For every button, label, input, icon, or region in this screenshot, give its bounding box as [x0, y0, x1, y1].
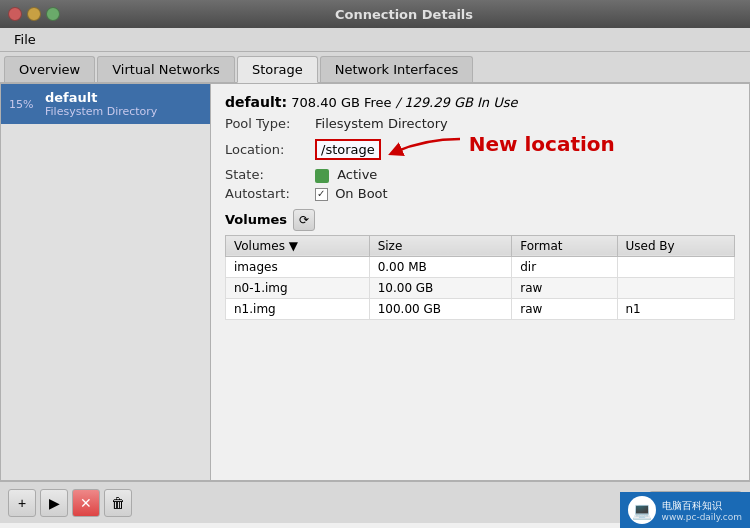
watermark-url: www.pc-daily.com — [662, 512, 742, 522]
free-space-value: 708.40 GB Free — [291, 95, 391, 110]
volumes-label: Volumes — [225, 212, 287, 227]
vol-size-0: 0.00 MB — [369, 256, 512, 277]
location-row: Location: /storage New location — [225, 134, 735, 164]
add-pool-button[interactable]: + — [8, 489, 36, 517]
pool-name: default — [45, 90, 157, 105]
pool-type-label: Filesystem Directory — [45, 105, 157, 118]
state-value: Active — [337, 167, 377, 182]
volumes-header: Volumes ⟳ — [225, 209, 735, 231]
new-location-annotation: New location — [469, 132, 615, 156]
pool-free-space: 708.40 GB Free / 129.29 GB In Use — [291, 95, 517, 110]
vol-name-0: images — [226, 256, 370, 277]
col-used-by[interactable]: Used By — [617, 235, 735, 256]
autostart-row: Autostart: On Boot — [225, 186, 735, 201]
col-volumes[interactable]: Volumes ▼ — [226, 235, 370, 256]
play-button[interactable]: ▶ — [40, 489, 68, 517]
pool-type-field-label: Pool Type: — [225, 116, 315, 131]
state-row: State: Active — [225, 167, 735, 183]
volumes-table: Volumes ▼ Size Format Used By images 0.0… — [225, 235, 735, 320]
info-button[interactable]: 🗑 — [104, 489, 132, 517]
table-row[interactable]: images 0.00 MB dir — [226, 256, 735, 277]
tab-overview[interactable]: Overview — [4, 56, 95, 82]
toolbar-left-buttons: + ▶ ✕ 🗑 — [8, 489, 132, 517]
delete-pool-button[interactable]: ✕ — [72, 489, 100, 517]
location-field-label: Location: — [225, 142, 315, 157]
vol-name-2: n1.img — [226, 298, 370, 319]
storage-detail-panel: default: 708.40 GB Free / 129.29 GB In U… — [211, 84, 749, 480]
menubar: File — [0, 28, 750, 52]
pool-detail-name: default: — [225, 94, 287, 110]
pool-type-field-value: Filesystem Directory — [315, 116, 448, 131]
vol-format-1: raw — [512, 277, 617, 298]
window-controls[interactable] — [8, 7, 60, 21]
table-row[interactable]: n1.img 100.00 GB raw n1 — [226, 298, 735, 319]
autostart-value: On Boot — [335, 186, 388, 201]
autostart-field-value: On Boot — [315, 186, 388, 201]
vol-name-1: n0-1.img — [226, 277, 370, 298]
pool-item-default[interactable]: 15% default Filesystem Directory — [1, 84, 210, 124]
main-content: 15% default Filesystem Directory default… — [0, 83, 750, 481]
maximize-button[interactable] — [46, 7, 60, 21]
autostart-field-label: Autostart: — [225, 186, 315, 201]
minimize-button[interactable] — [27, 7, 41, 21]
col-format[interactable]: Format — [512, 235, 617, 256]
pool-info: default Filesystem Directory — [45, 90, 157, 118]
tab-network-interfaces[interactable]: Network Interfaces — [320, 56, 473, 82]
state-field-label: State: — [225, 167, 315, 182]
vol-usedby-1 — [617, 277, 735, 298]
pool-detail-header: default: 708.40 GB Free / 129.29 GB In U… — [225, 94, 735, 110]
vol-size-2: 100.00 GB — [369, 298, 512, 319]
vol-usedby-0 — [617, 256, 735, 277]
col-size[interactable]: Size — [369, 235, 512, 256]
tab-virtual-networks[interactable]: Virtual Networks — [97, 56, 235, 82]
in-use-value: / 129.29 GB In Use — [396, 95, 518, 110]
watermark-text-block: 电脑百科知识 www.pc-daily.com — [662, 499, 742, 522]
pool-percent: 15% — [9, 98, 37, 111]
vol-size-1: 10.00 GB — [369, 277, 512, 298]
state-icon — [315, 169, 329, 183]
location-field-value: /storage — [315, 139, 381, 160]
tab-storage[interactable]: Storage — [237, 56, 318, 83]
state-field-value: Active — [315, 167, 377, 183]
pool-type-row: Pool Type: Filesystem Directory — [225, 116, 735, 131]
watermark: 💻 电脑百科知识 www.pc-daily.com — [620, 492, 750, 528]
vol-usedby-2: n1 — [617, 298, 735, 319]
tabbar: Overview Virtual Networks Storage Networ… — [0, 52, 750, 83]
autostart-checkbox[interactable] — [315, 188, 328, 201]
titlebar: Connection Details — [0, 0, 750, 28]
watermark-brand: 电脑百科知识 — [662, 499, 742, 512]
refresh-volumes-button[interactable]: ⟳ — [293, 209, 315, 231]
window-title: Connection Details — [66, 7, 742, 22]
vol-format-2: raw — [512, 298, 617, 319]
close-button[interactable] — [8, 7, 22, 21]
vol-format-0: dir — [512, 256, 617, 277]
storage-pool-list: 15% default Filesystem Directory — [1, 84, 211, 480]
table-row[interactable]: n0-1.img 10.00 GB raw — [226, 277, 735, 298]
new-location-arrow — [385, 134, 465, 164]
menu-file[interactable]: File — [8, 30, 42, 49]
watermark-icon: 💻 — [628, 496, 656, 524]
